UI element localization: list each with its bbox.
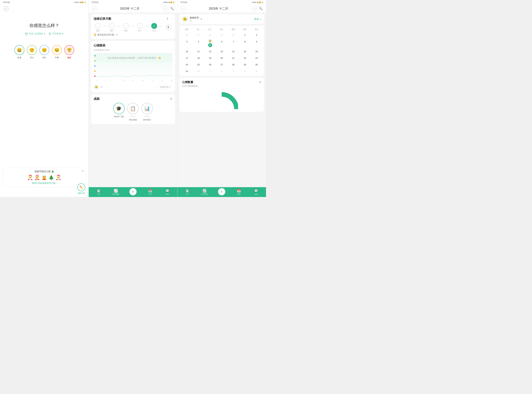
- streak-share-icon[interactable]: ⬆: [166, 17, 168, 20]
- stats-label-3: 统计数据: [201, 193, 208, 195]
- nav-more-3[interactable]: 💬 更多: [253, 189, 260, 195]
- cal-prev-button[interactable]: ‹: [180, 6, 185, 11]
- cal-cell-9[interactable]: 9: [251, 38, 262, 48]
- cal-cell-26-prev[interactable]: 26: [181, 32, 193, 38]
- calendar-scroll-area[interactable]: 😐 表情符号 1× ▾ 添加 + 周日 周一 周二 周三 周四 周五 周六: [177, 12, 266, 187]
- cal-cell-30[interactable]: 30: [251, 61, 262, 68]
- cal-cell-3-next[interactable]: 3: [216, 68, 228, 74]
- cal-cell-26[interactable]: 26: [204, 61, 216, 68]
- edit-mood-button[interactable]: ✏️ 编辑心情: [77, 183, 85, 194]
- prev-month-button[interactable]: ‹: [91, 6, 97, 11]
- mood-happy[interactable]: 🙂 开心: [27, 45, 37, 59]
- mood-terrible-label: 超烂: [67, 56, 71, 59]
- cal-cell-21[interactable]: 21: [228, 55, 239, 61]
- cal-cell-27-prev[interactable]: 27: [193, 32, 204, 38]
- cal-week-5: 24 25 26 27 28 29 30: [181, 61, 262, 68]
- cal-cell-1[interactable]: 1: [239, 32, 251, 38]
- promo-link[interactable]: 使用不同的表情符号主题 ›: [5, 182, 83, 185]
- cal-header-wed: 周三: [216, 27, 228, 32]
- cal-cell-13[interactable]: 13: [216, 48, 228, 55]
- cal-cell-29-prev[interactable]: 29: [216, 32, 228, 38]
- cal-cell-3[interactable]: 3: [181, 38, 193, 48]
- chart-dot-4: [94, 60, 96, 62]
- cal-cell-4-next[interactable]: 4: [228, 68, 239, 74]
- cal-cell-14[interactable]: 14: [228, 48, 239, 55]
- nav-diary-3[interactable]: 📋 日记: [184, 189, 191, 195]
- cal-cell-6[interactable]: 6: [216, 38, 228, 48]
- nav-stats-3[interactable]: 📈 统计数据: [201, 189, 208, 195]
- stats-search-button[interactable]: 🔍: [169, 6, 175, 11]
- cal-cell-24[interactable]: 24: [181, 61, 193, 68]
- cal-cell-18[interactable]: 18: [193, 55, 204, 61]
- promo-close-button[interactable]: ✕: [82, 169, 84, 172]
- cal-cell-20[interactable]: 20: [216, 55, 228, 61]
- close-button[interactable]: ✕: [3, 6, 9, 11]
- cal-cell-27[interactable]: 27: [216, 61, 228, 68]
- streak-more-icon[interactable]: ···: [170, 17, 172, 20]
- add-icon-3[interactable]: +: [218, 188, 225, 195]
- filter-text-group: 表情符号 1×: [190, 16, 199, 22]
- cal-cell-12[interactable]: 12: [204, 48, 216, 55]
- cal-cell-2-next[interactable]: 2: [204, 68, 216, 74]
- filter-chevron-icon[interactable]: ▾: [200, 17, 202, 21]
- nav-add-3[interactable]: +: [218, 188, 225, 196]
- cal-cell-2[interactable]: 2: [251, 32, 262, 38]
- time-picker[interactable]: 下午5:02 ▾: [49, 32, 63, 35]
- cal-cell-5-today[interactable]: 😐 5: [204, 38, 216, 48]
- mood-happy-icon: 🙂: [27, 45, 37, 55]
- mood-terrible[interactable]: 😤 超烂: [64, 45, 74, 59]
- date-time-row: 今天, 12月5日 ▾ 下午5:02 ▾: [25, 32, 63, 35]
- mood-selector: 😄 狂喜 🙂 开心 😐 还行 😣 不爽 😤 超烂: [15, 45, 74, 59]
- cal-cell-11[interactable]: 11: [193, 48, 204, 55]
- cal-cell-23[interactable]: 23: [251, 55, 262, 61]
- add-icon-2[interactable]: +: [129, 188, 137, 195]
- nav-more-2[interactable]: 💬 更多: [164, 189, 171, 195]
- add-entry-label: 添加: [254, 18, 259, 21]
- nav-calendar-3[interactable]: 📅 日历: [235, 189, 243, 195]
- nav-add-2[interactable]: +: [129, 188, 137, 196]
- promo-emoji-5: 🎅: [56, 175, 61, 180]
- nav-diary-2[interactable]: 📋 日记: [95, 189, 102, 195]
- chart-emoji-badge[interactable]: 😐: [94, 84, 99, 90]
- cal-cell-16[interactable]: 16: [251, 48, 262, 55]
- cal-cell-30-prev[interactable]: 30: [228, 32, 239, 38]
- achievement-daylio[interactable]: 🎓 Daylio 门徒: [113, 103, 125, 121]
- cal-cell-28-prev[interactable]: 28: [204, 32, 216, 38]
- cal-cell-6-next[interactable]: 6: [251, 68, 262, 74]
- cal-cell-15[interactable]: 15: [239, 48, 251, 55]
- cal-cell-28[interactable]: 28: [228, 61, 239, 68]
- chart-dot-3: [94, 65, 96, 67]
- cal-cell-1-next[interactable]: 1月: [193, 68, 204, 74]
- cal-cell-10[interactable]: 10: [181, 48, 193, 55]
- achievement-momentum-label: 势头强劲: [129, 119, 137, 121]
- add-entry-button[interactable]: 添加 +: [254, 18, 261, 21]
- cal-search-button[interactable]: 🔍: [258, 6, 263, 11]
- cal-cell-22[interactable]: 22: [239, 55, 251, 61]
- date-picker[interactable]: 今天, 12月5日 ▾: [25, 32, 45, 35]
- cal-cell-17[interactable]: 17: [181, 55, 193, 61]
- cal-cell-19[interactable]: 19: [204, 55, 216, 61]
- cal-cell-25[interactable]: 25: [193, 61, 204, 68]
- cal-cell-31[interactable]: 31: [181, 68, 193, 74]
- cal-cell-29[interactable]: 29: [239, 61, 251, 68]
- mood-ecstatic[interactable]: 😄 狂喜: [15, 45, 24, 59]
- cal-next-button[interactable]: ›: [251, 6, 257, 11]
- cal-cell-7[interactable]: 7: [228, 38, 239, 48]
- mood-count-share-icon[interactable]: ⬆: [259, 80, 261, 84]
- mood-okay[interactable]: 😐 还行: [39, 45, 49, 59]
- stats-scroll-area[interactable]: 连续记录天数 ⬆ ··· + 周五 + 周六 +: [89, 12, 177, 187]
- cal-cell-5-next[interactable]: 5: [239, 68, 251, 74]
- nav-stats-2[interactable]: 📈 统计数据: [112, 189, 119, 195]
- mood-bad[interactable]: 😣 不爽: [52, 45, 62, 59]
- panel-mood-entry: 下午5:02 0.1K/s ⊠ 📶 🔋 ✕ 你感觉怎么样？ 今天, 12月5日 …: [0, 0, 89, 197]
- activity-selector[interactable]: 选择活动 ▾: [158, 85, 172, 89]
- achievements-share-icon[interactable]: ⬆: [170, 97, 172, 101]
- next-month-button[interactable]: ›: [163, 6, 168, 11]
- cal-cell-8[interactable]: 8: [239, 38, 251, 48]
- nav-calendar-2[interactable]: 📅 日历: [147, 189, 154, 195]
- mood-okay-label: 还行: [42, 56, 46, 59]
- achievement-veteran[interactable]: 📊 ★★★ 经年累月: [141, 103, 153, 121]
- cal-cell-4[interactable]: 4: [193, 38, 204, 48]
- stats-icon-3: 📈: [203, 189, 207, 193]
- achievement-momentum[interactable]: 📋 ★★★ 势头强劲: [127, 103, 139, 121]
